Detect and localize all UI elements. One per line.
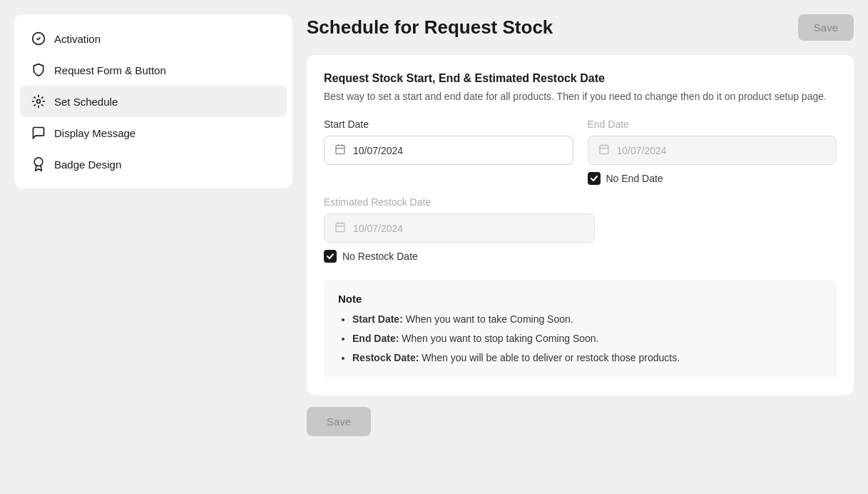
no-restock-date-label: No Restock Date — [342, 251, 418, 262]
estimated-restock-label: Estimated Restock Date — [324, 196, 595, 208]
calendar-icon-start — [335, 143, 346, 157]
start-date-input[interactable]: 10/07/2024 — [324, 136, 573, 165]
svg-point-1 — [37, 100, 41, 104]
sidebar-item-activation[interactable]: Activation — [20, 23, 287, 54]
note-item-restock-bold: Restock Date: — [352, 352, 419, 363]
end-date-value: 10/07/2024 — [617, 145, 667, 156]
note-section: Note Start Date: When you want to take C… — [324, 280, 837, 378]
request-form-icon — [31, 63, 46, 77]
start-date-label: Start Date — [324, 119, 573, 130]
activation-icon — [31, 31, 46, 46]
sidebar-item-request-form[interactable]: Request Form & Button — [20, 54, 287, 86]
page-title: Schedule for Request Stock — [307, 16, 553, 39]
checkmark-restock-icon — [326, 252, 335, 261]
no-end-date-label: No End Date — [606, 173, 663, 184]
bottom-save-area: Save — [307, 407, 854, 436]
sidebar-item-label-badge-design: Badge Design — [54, 158, 121, 171]
no-end-date-checkbox[interactable] — [588, 172, 601, 185]
card-title: Request Stock Start, End & Estimated Res… — [324, 72, 837, 85]
no-restock-date-checkbox[interactable] — [324, 250, 337, 263]
no-restock-date-row: No Restock Date — [324, 250, 595, 263]
calendar-icon-restock — [335, 221, 346, 235]
note-item-start-text: When you want to take Coming Soon. — [406, 313, 573, 325]
note-item-restock: Restock Date: When you will be able to d… — [352, 351, 822, 366]
sidebar-item-label-set-schedule: Set Schedule — [54, 96, 118, 108]
checkmark-icon — [590, 174, 598, 183]
save-button-top[interactable]: Save — [798, 14, 854, 41]
display-message-icon — [31, 126, 46, 140]
estimated-restock-section: Estimated Restock Date 10/07/2024 — [324, 196, 837, 263]
save-button-bottom[interactable]: Save — [307, 407, 371, 436]
estimated-restock-field: Estimated Restock Date 10/07/2024 — [324, 196, 595, 263]
badge-design-icon — [31, 157, 46, 171]
sidebar-item-label-display-message: Display Message — [54, 127, 136, 139]
estimated-restock-input: 10/07/2024 — [324, 213, 595, 243]
end-date-field: End Date 10/07/2024 — [588, 119, 837, 185]
note-title: Note — [338, 293, 822, 305]
estimated-restock-value: 10/07/2024 — [353, 223, 403, 234]
note-item-end-bold: End Date: — [352, 333, 399, 344]
svg-rect-7 — [600, 146, 608, 154]
end-date-input: 10/07/2024 — [588, 136, 837, 165]
sidebar: Activation Request Form & Button Set Sch… — [14, 14, 292, 188]
sidebar-item-label-request-form: Request Form & Button — [54, 64, 166, 76]
start-date-value: 10/07/2024 — [353, 145, 403, 156]
sidebar-item-label-activation: Activation — [54, 33, 101, 45]
svg-rect-3 — [336, 146, 344, 154]
svg-point-2 — [34, 158, 43, 166]
main-header: Schedule for Request Stock Save — [307, 14, 854, 41]
note-item-start: Start Date: When you want to take Coming… — [352, 312, 822, 327]
note-item-restock-text: When you will be able to deliver or rest… — [422, 352, 680, 363]
note-item-end-text: When you want to stop taking Coming Soon… — [402, 333, 598, 344]
note-item-end: End Date: When you want to stop taking C… — [352, 331, 822, 346]
end-date-label: End Date — [588, 119, 837, 130]
date-row-start-end: Start Date 10/07/2024 — [324, 119, 837, 185]
no-end-date-row: No End Date — [588, 172, 837, 185]
schedule-card: Request Stock Start, End & Estimated Res… — [307, 55, 854, 395]
svg-rect-11 — [336, 223, 344, 232]
start-date-field: Start Date 10/07/2024 — [324, 119, 573, 185]
sidebar-item-badge-design[interactable]: Badge Design — [20, 148, 287, 180]
sidebar-item-set-schedule[interactable]: Set Schedule — [20, 86, 287, 117]
card-description: Best way to set a start and end date for… — [324, 89, 837, 104]
note-item-start-bold: Start Date: — [352, 313, 403, 325]
note-list: Start Date: When you want to take Coming… — [338, 312, 822, 366]
sidebar-item-display-message[interactable]: Display Message — [20, 117, 287, 148]
main-content: Schedule for Request Stock Save Request … — [307, 14, 854, 480]
calendar-icon-end — [598, 143, 610, 157]
set-schedule-icon — [31, 94, 46, 109]
